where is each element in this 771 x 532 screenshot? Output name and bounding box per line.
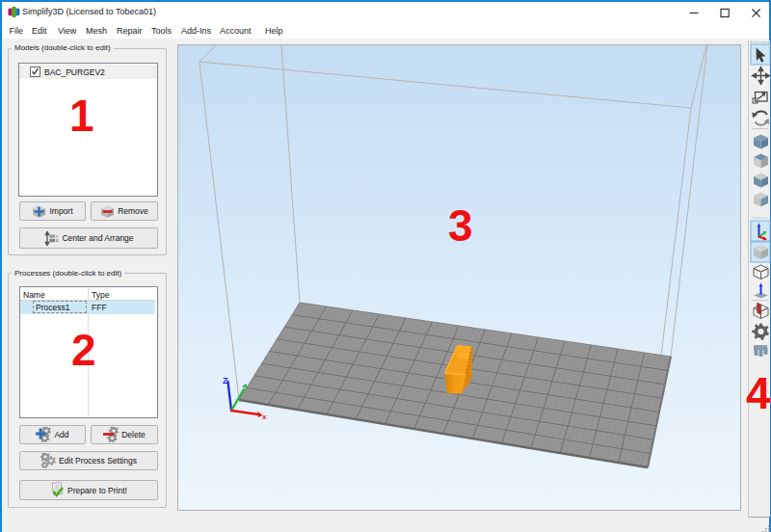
svg-text:x: x [261, 412, 267, 421]
svg-text:3: 3 [448, 200, 473, 251]
svg-text:Z: Z [223, 376, 228, 386]
